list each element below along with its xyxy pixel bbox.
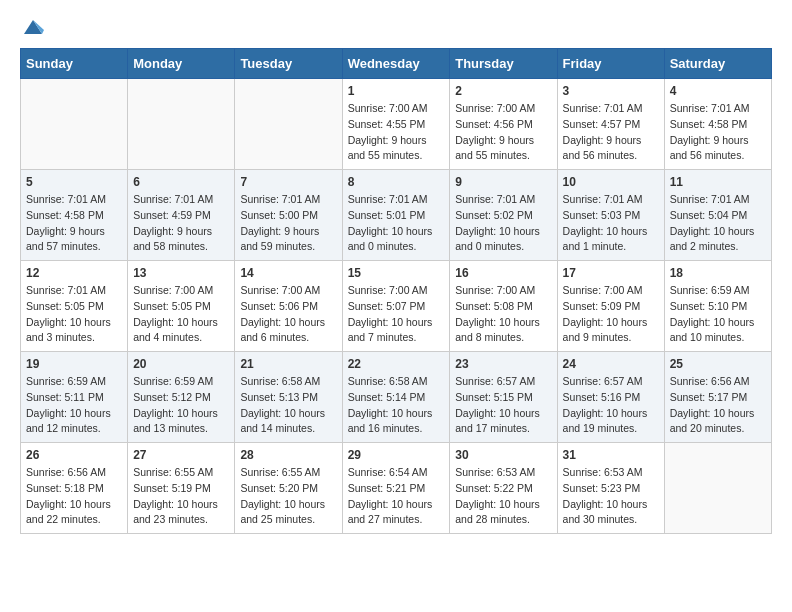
weekday-header-tuesday: Tuesday bbox=[235, 49, 342, 79]
calendar-cell: 10Sunrise: 7:01 AMSunset: 5:03 PMDayligh… bbox=[557, 170, 664, 261]
day-number: 7 bbox=[240, 175, 336, 189]
logo-line bbox=[20, 16, 44, 38]
calendar-cell: 13Sunrise: 7:00 AMSunset: 5:05 PMDayligh… bbox=[128, 261, 235, 352]
day-number: 9 bbox=[455, 175, 551, 189]
calendar-cell bbox=[128, 79, 235, 170]
calendar-cell: 15Sunrise: 7:00 AMSunset: 5:07 PMDayligh… bbox=[342, 261, 450, 352]
day-number: 2 bbox=[455, 84, 551, 98]
calendar-header-row: SundayMondayTuesdayWednesdayThursdayFrid… bbox=[21, 49, 772, 79]
day-info: Sunrise: 6:57 AMSunset: 5:16 PMDaylight:… bbox=[563, 374, 659, 437]
calendar-week-row: 12Sunrise: 7:01 AMSunset: 5:05 PMDayligh… bbox=[21, 261, 772, 352]
day-info: Sunrise: 7:00 AMSunset: 5:07 PMDaylight:… bbox=[348, 283, 445, 346]
day-number: 30 bbox=[455, 448, 551, 462]
day-number: 22 bbox=[348, 357, 445, 371]
day-info: Sunrise: 7:01 AMSunset: 5:02 PMDaylight:… bbox=[455, 192, 551, 255]
day-number: 23 bbox=[455, 357, 551, 371]
day-number: 29 bbox=[348, 448, 445, 462]
calendar-week-row: 1Sunrise: 7:00 AMSunset: 4:55 PMDaylight… bbox=[21, 79, 772, 170]
weekday-header-wednesday: Wednesday bbox=[342, 49, 450, 79]
day-info: Sunrise: 7:01 AMSunset: 4:58 PMDaylight:… bbox=[26, 192, 122, 255]
page-container: SundayMondayTuesdayWednesdayThursdayFrid… bbox=[0, 0, 792, 554]
day-number: 1 bbox=[348, 84, 445, 98]
calendar-cell: 2Sunrise: 7:00 AMSunset: 4:56 PMDaylight… bbox=[450, 79, 557, 170]
day-number: 27 bbox=[133, 448, 229, 462]
day-info: Sunrise: 6:55 AMSunset: 5:19 PMDaylight:… bbox=[133, 465, 229, 528]
day-number: 5 bbox=[26, 175, 122, 189]
day-number: 16 bbox=[455, 266, 551, 280]
day-number: 10 bbox=[563, 175, 659, 189]
weekday-header-thursday: Thursday bbox=[450, 49, 557, 79]
day-info: Sunrise: 6:53 AMSunset: 5:23 PMDaylight:… bbox=[563, 465, 659, 528]
weekday-header-sunday: Sunday bbox=[21, 49, 128, 79]
calendar-cell: 30Sunrise: 6:53 AMSunset: 5:22 PMDayligh… bbox=[450, 443, 557, 534]
calendar-cell: 21Sunrise: 6:58 AMSunset: 5:13 PMDayligh… bbox=[235, 352, 342, 443]
day-info: Sunrise: 7:01 AMSunset: 5:04 PMDaylight:… bbox=[670, 192, 766, 255]
page-header bbox=[20, 16, 772, 38]
day-number: 17 bbox=[563, 266, 659, 280]
day-info: Sunrise: 7:01 AMSunset: 5:01 PMDaylight:… bbox=[348, 192, 445, 255]
calendar-week-row: 26Sunrise: 6:56 AMSunset: 5:18 PMDayligh… bbox=[21, 443, 772, 534]
day-info: Sunrise: 6:56 AMSunset: 5:17 PMDaylight:… bbox=[670, 374, 766, 437]
day-info: Sunrise: 6:55 AMSunset: 5:20 PMDaylight:… bbox=[240, 465, 336, 528]
day-number: 21 bbox=[240, 357, 336, 371]
day-number: 28 bbox=[240, 448, 336, 462]
day-info: Sunrise: 7:00 AMSunset: 5:05 PMDaylight:… bbox=[133, 283, 229, 346]
calendar-table: SundayMondayTuesdayWednesdayThursdayFrid… bbox=[20, 48, 772, 534]
calendar-cell: 25Sunrise: 6:56 AMSunset: 5:17 PMDayligh… bbox=[664, 352, 771, 443]
day-info: Sunrise: 6:57 AMSunset: 5:15 PMDaylight:… bbox=[455, 374, 551, 437]
calendar-week-row: 5Sunrise: 7:01 AMSunset: 4:58 PMDaylight… bbox=[21, 170, 772, 261]
calendar-cell: 26Sunrise: 6:56 AMSunset: 5:18 PMDayligh… bbox=[21, 443, 128, 534]
calendar-cell: 14Sunrise: 7:00 AMSunset: 5:06 PMDayligh… bbox=[235, 261, 342, 352]
day-info: Sunrise: 6:58 AMSunset: 5:13 PMDaylight:… bbox=[240, 374, 336, 437]
calendar-cell: 22Sunrise: 6:58 AMSunset: 5:14 PMDayligh… bbox=[342, 352, 450, 443]
day-info: Sunrise: 7:01 AMSunset: 4:57 PMDaylight:… bbox=[563, 101, 659, 164]
day-number: 4 bbox=[670, 84, 766, 98]
day-number: 25 bbox=[670, 357, 766, 371]
calendar-cell: 11Sunrise: 7:01 AMSunset: 5:04 PMDayligh… bbox=[664, 170, 771, 261]
day-info: Sunrise: 6:54 AMSunset: 5:21 PMDaylight:… bbox=[348, 465, 445, 528]
calendar-cell: 27Sunrise: 6:55 AMSunset: 5:19 PMDayligh… bbox=[128, 443, 235, 534]
calendar-week-row: 19Sunrise: 6:59 AMSunset: 5:11 PMDayligh… bbox=[21, 352, 772, 443]
day-number: 19 bbox=[26, 357, 122, 371]
calendar-cell: 6Sunrise: 7:01 AMSunset: 4:59 PMDaylight… bbox=[128, 170, 235, 261]
day-info: Sunrise: 6:53 AMSunset: 5:22 PMDaylight:… bbox=[455, 465, 551, 528]
day-number: 6 bbox=[133, 175, 229, 189]
calendar-cell: 16Sunrise: 7:00 AMSunset: 5:08 PMDayligh… bbox=[450, 261, 557, 352]
weekday-header-friday: Friday bbox=[557, 49, 664, 79]
day-info: Sunrise: 6:59 AMSunset: 5:11 PMDaylight:… bbox=[26, 374, 122, 437]
calendar-cell: 23Sunrise: 6:57 AMSunset: 5:15 PMDayligh… bbox=[450, 352, 557, 443]
day-info: Sunrise: 7:01 AMSunset: 5:00 PMDaylight:… bbox=[240, 192, 336, 255]
calendar-cell: 20Sunrise: 6:59 AMSunset: 5:12 PMDayligh… bbox=[128, 352, 235, 443]
day-info: Sunrise: 7:01 AMSunset: 4:58 PMDaylight:… bbox=[670, 101, 766, 164]
day-number: 31 bbox=[563, 448, 659, 462]
calendar-cell bbox=[235, 79, 342, 170]
logo bbox=[20, 16, 44, 38]
calendar-cell: 17Sunrise: 7:00 AMSunset: 5:09 PMDayligh… bbox=[557, 261, 664, 352]
calendar-cell: 18Sunrise: 6:59 AMSunset: 5:10 PMDayligh… bbox=[664, 261, 771, 352]
day-number: 13 bbox=[133, 266, 229, 280]
calendar-cell: 8Sunrise: 7:01 AMSunset: 5:01 PMDaylight… bbox=[342, 170, 450, 261]
weekday-header-monday: Monday bbox=[128, 49, 235, 79]
calendar-cell bbox=[21, 79, 128, 170]
calendar-cell: 3Sunrise: 7:01 AMSunset: 4:57 PMDaylight… bbox=[557, 79, 664, 170]
day-info: Sunrise: 6:59 AMSunset: 5:12 PMDaylight:… bbox=[133, 374, 229, 437]
day-number: 12 bbox=[26, 266, 122, 280]
calendar-cell: 1Sunrise: 7:00 AMSunset: 4:55 PMDaylight… bbox=[342, 79, 450, 170]
calendar-cell: 31Sunrise: 6:53 AMSunset: 5:23 PMDayligh… bbox=[557, 443, 664, 534]
day-number: 18 bbox=[670, 266, 766, 280]
day-info: Sunrise: 7:00 AMSunset: 5:06 PMDaylight:… bbox=[240, 283, 336, 346]
day-number: 26 bbox=[26, 448, 122, 462]
weekday-header-saturday: Saturday bbox=[664, 49, 771, 79]
day-number: 3 bbox=[563, 84, 659, 98]
day-info: Sunrise: 6:56 AMSunset: 5:18 PMDaylight:… bbox=[26, 465, 122, 528]
calendar-cell: 19Sunrise: 6:59 AMSunset: 5:11 PMDayligh… bbox=[21, 352, 128, 443]
logo-icon bbox=[22, 16, 44, 38]
day-info: Sunrise: 6:59 AMSunset: 5:10 PMDaylight:… bbox=[670, 283, 766, 346]
day-info: Sunrise: 7:01 AMSunset: 5:03 PMDaylight:… bbox=[563, 192, 659, 255]
day-info: Sunrise: 7:00 AMSunset: 4:56 PMDaylight:… bbox=[455, 101, 551, 164]
day-info: Sunrise: 7:01 AMSunset: 4:59 PMDaylight:… bbox=[133, 192, 229, 255]
calendar-cell: 9Sunrise: 7:01 AMSunset: 5:02 PMDaylight… bbox=[450, 170, 557, 261]
day-info: Sunrise: 6:58 AMSunset: 5:14 PMDaylight:… bbox=[348, 374, 445, 437]
day-info: Sunrise: 7:00 AMSunset: 4:55 PMDaylight:… bbox=[348, 101, 445, 164]
day-number: 14 bbox=[240, 266, 336, 280]
